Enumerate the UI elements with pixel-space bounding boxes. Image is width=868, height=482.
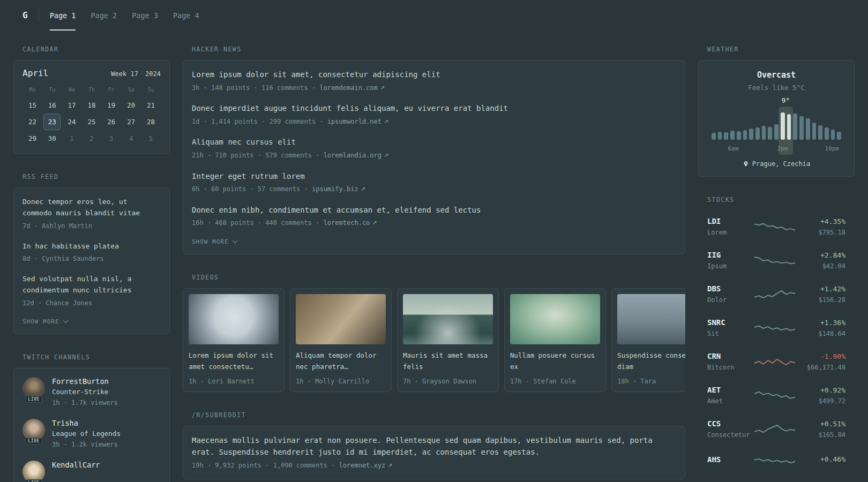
hn-item-source-link[interactable]: loremtech.co↗ (324, 219, 377, 227)
hn-item-link[interactable]: Lorem ipsum dolor sit amet, consectetur … (192, 69, 676, 81)
hn-item-source-link[interactable]: ipsumworld.net↗ (327, 118, 388, 125)
stock-change: +0.92% (795, 386, 845, 394)
navbar: G Page 1 Page 2 Page 3 Page 4 (0, 0, 868, 31)
video-title-link[interactable]: Lorem ipsum dolor sit amet consectetu… (189, 350, 279, 372)
source-domain: ipsumify.biz (312, 185, 358, 193)
stock-name: Sit (707, 329, 754, 338)
app-logo[interactable]: G (23, 0, 28, 31)
chevron-down-icon (63, 318, 68, 323)
video-title-link[interactable]: Mauris sit amet massa felis (403, 350, 493, 372)
external-link-icon: ↗ (384, 152, 388, 159)
channel-game[interactable]: League of Legends (52, 430, 121, 438)
twitch-channel-row[interactable]: LIVE KendallCarr (23, 461, 161, 482)
weather-axis-label: 6am (728, 145, 738, 152)
calendar-day: 29 (24, 130, 41, 147)
twitch-channel-row[interactable]: LIVE Trisha League of Legends 3h · 1.2k … (23, 419, 161, 449)
stock-row[interactable]: IIG Ipsum +2.84% $42.04 (707, 244, 845, 278)
stock-identity: IIG Ipsum (707, 251, 754, 271)
subreddit-post: Maecenas mollis pulvinar erat non posuer… (192, 435, 676, 470)
calendar-day: 24 (63, 114, 80, 130)
weather-bar (718, 132, 722, 140)
calendar-widget: CALENDAR April Week 17·2024 MoTuWeThFrSa… (13, 46, 170, 154)
video-card[interactable]: Mauris sit amet massa felis 7h · Grayson… (397, 288, 499, 393)
video-title-link[interactable]: Aliquam tempor dolor nec pharetra… (296, 350, 386, 372)
video-title-link[interactable]: Suspendisse consequat diam (617, 350, 685, 372)
video-thumbnail (189, 294, 279, 345)
calendar-header: April Week 17·2024 (23, 68, 161, 78)
hacker-news-widget-title: HACKER NEWS (183, 46, 685, 53)
weather-chart-bars (712, 111, 841, 140)
hn-show-more-button[interactable]: SHOW MORE (192, 238, 237, 245)
weather-bar (768, 127, 772, 140)
rss-item-meta: 8d · Cynthia Saunders (23, 254, 161, 263)
page-tab[interactable]: Page 3 (132, 0, 158, 31)
video-meta: 1h · Lori Barnett (189, 376, 279, 386)
hn-item: Integer eget rutrum lorem 6h · 60 points… (192, 171, 676, 194)
video-meta: 7h · Grayson Dawson (403, 376, 493, 386)
weather-bar (831, 130, 835, 140)
channel-game[interactable]: Counter-Strike (52, 388, 118, 396)
day-of-week-label: We (62, 87, 82, 93)
stock-sparkline (754, 389, 795, 403)
page-tab[interactable]: Page 1 (50, 0, 76, 31)
weather-axis-label: 10pm (825, 145, 839, 152)
video-title-link[interactable]: Nullam posuere cursus ex (510, 350, 600, 372)
stock-row[interactable]: CRN Bitcorn -1.00% $66,171.48 (707, 345, 845, 379)
channel-name-link[interactable]: Trisha (52, 419, 121, 427)
stock-price: $499.72 (795, 396, 845, 406)
video-card[interactable]: Nullam posuere cursus ex 17h · Stefan Co… (504, 288, 606, 393)
calendar-day-headers: MoTuWeThFrSaSu (23, 87, 161, 93)
live-badge: LIVE (25, 479, 42, 482)
hn-item-source-link[interactable]: loremlandia.org↗ (324, 152, 389, 159)
subreddit-post-link[interactable]: Maecenas mollis pulvinar erat non posuer… (192, 435, 676, 458)
stock-sparkline (754, 453, 795, 468)
stock-price: $148.64 (795, 329, 845, 338)
stock-name: Ipsum (707, 261, 754, 271)
stock-change: +0.46% (795, 455, 845, 463)
page-tab[interactable]: Page 4 (173, 0, 199, 31)
video-card[interactable]: Lorem ipsum dolor sit amet consectetu… 1… (183, 288, 285, 393)
rss-item-link[interactable]: Sed volutpat nulla nisl, a condimentum n… (23, 274, 161, 296)
stock-name: Consectetur (707, 430, 754, 440)
hn-item-link[interactable]: Donec enim nibh, condimentum et accumsan… (192, 205, 676, 216)
hn-item-source-link[interactable]: ipsumify.biz↗ (312, 185, 365, 193)
hn-item-link[interactable]: Integer eget rutrum lorem (192, 171, 676, 183)
videos-widget-title: VIDEOS (183, 274, 685, 281)
channel-name-link[interactable]: KendallCarr (52, 461, 100, 469)
twitch-channel-row[interactable]: LIVE ForrestBurton Counter-Strike 1h · 1… (23, 377, 161, 408)
hn-item-link[interactable]: Donec imperdiet augue tincidunt felis al… (192, 103, 676, 115)
stock-change: +1.42% (795, 285, 845, 293)
calendar-day: 30 (43, 130, 61, 147)
stock-price: $42.04 (795, 261, 845, 271)
calendar-day: 23 (43, 114, 61, 130)
calendar-day: 1 (63, 130, 80, 147)
weather-widget-title: WEATHER (698, 46, 855, 53)
channel-name-link[interactable]: ForrestBurton (52, 377, 118, 386)
video-card[interactable]: Suspendisse consequat diam 18h · Tara (611, 288, 685, 393)
day-of-week-label: Sa (121, 87, 141, 93)
channel-meta: 3h · 1.2k viewers (52, 440, 121, 449)
stock-change: +0.51% (795, 420, 845, 428)
twitch-card: LIVE ForrestBurton Counter-Strike 1h · 1… (13, 368, 170, 482)
rss-item: Sed volutpat nulla nisl, a condimentum n… (23, 274, 161, 308)
rss-item-link[interactable]: Donec tempor eros leo, ut commodo mauris… (23, 197, 161, 219)
stock-row[interactable]: AHS +0.46% (707, 447, 845, 475)
subreddit-source-link[interactable]: loremnet.xyz↗ (339, 462, 393, 469)
video-card[interactable]: Aliquam tempor dolor nec pharetra… 1h · … (290, 288, 392, 393)
subreddit-widget: /R/SUBREDDIT Maecenas mollis pulvinar er… (183, 411, 685, 479)
subreddit-items: Maecenas mollis pulvinar erat non posuer… (192, 435, 676, 470)
stock-row[interactable]: AET Amet +0.92% $499.72 (707, 379, 845, 413)
hn-item-source-link[interactable]: loremdomain.com↗ (319, 84, 385, 92)
hn-item: Donec enim nibh, condimentum et accumsan… (192, 205, 676, 228)
rss-show-more-button[interactable]: SHOW MORE (23, 318, 68, 325)
page-tab[interactable]: Page 2 (91, 0, 117, 31)
stock-row[interactable]: CCS Consectetur +0.51% $165.84 (707, 413, 845, 447)
stock-row[interactable]: SNRC Sit +1.36% $148.64 (707, 312, 845, 345)
hacker-news-card: Lorem ipsum dolor sit amet, consectetur … (183, 60, 685, 254)
hn-item-link[interactable]: Aliquam nec cursus elit (192, 137, 676, 148)
rss-item-link[interactable]: In hac habitasse platea (23, 241, 161, 252)
stock-row[interactable]: DBS Dolor +1.42% $156.28 (707, 278, 845, 312)
stock-row[interactable]: LDI Lorem +4.35% $795.18 (707, 210, 845, 244)
calendar-day: 27 (123, 114, 140, 130)
day-of-week-label: Fr (101, 87, 121, 93)
